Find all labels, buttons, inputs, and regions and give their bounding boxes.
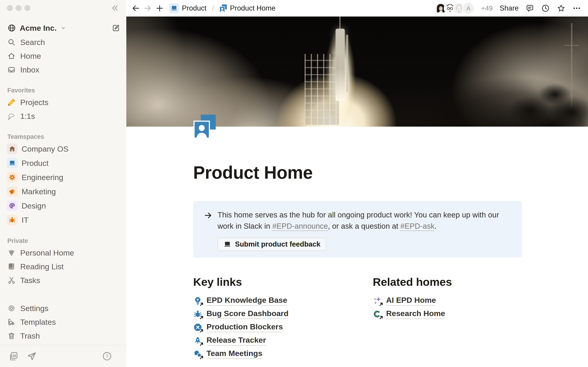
link-label: Production Blockers bbox=[207, 322, 283, 332]
new-page-icon[interactable] bbox=[112, 24, 120, 32]
chat-bubbles-icon bbox=[193, 349, 202, 359]
sidebar-item-trash[interactable]: Trash bbox=[0, 329, 126, 343]
link-bug-score-dashboard[interactable]: Bug Score Dashboard bbox=[193, 307, 373, 321]
link-label: Bug Score Dashboard bbox=[207, 309, 288, 319]
pizza-icon bbox=[7, 249, 16, 257]
link-label: EPD Knowledge Base bbox=[207, 296, 287, 306]
sidebar-item-it[interactable]: IT bbox=[0, 213, 126, 227]
laptop-icon bbox=[224, 240, 231, 248]
slack-channel-link[interactable]: #EPD-ask bbox=[400, 222, 435, 231]
help-icon[interactable]: ? bbox=[102, 351, 112, 361]
app-window: Acme Inc. Search Home Inbox Favor bbox=[0, 0, 588, 367]
member-overflow-count[interactable]: +49 bbox=[481, 4, 493, 12]
link-label: Research Home bbox=[386, 309, 445, 319]
link-ai-epd-home[interactable]: AI EPD Home bbox=[373, 294, 452, 307]
sidebar-item-label: Product bbox=[22, 159, 48, 168]
link-epd-knowledge-base[interactable]: EPD Knowledge Base bbox=[193, 294, 373, 307]
submit-product-feedback-button[interactable]: Submit product feedback bbox=[217, 238, 326, 251]
comments-icon[interactable] bbox=[526, 4, 534, 13]
section-label-teamspaces[interactable]: Teamspaces bbox=[0, 132, 126, 142]
sidebar-item-company-os[interactable]: Company OS bbox=[0, 142, 126, 156]
help-glyph: ? bbox=[106, 354, 108, 359]
breadcrumb-product-home[interactable]: Product Home bbox=[217, 3, 277, 13]
home-icon bbox=[7, 52, 16, 60]
sidebar-item-projects[interactable]: Projects bbox=[0, 95, 126, 109]
sidebar-item-label: Search bbox=[20, 38, 45, 47]
back-icon[interactable] bbox=[131, 4, 140, 13]
avatar-stack[interactable]: A bbox=[435, 2, 475, 15]
shapes-icon bbox=[7, 318, 16, 326]
minimize-window-button[interactable] bbox=[16, 5, 22, 11]
palette-icon bbox=[7, 200, 17, 211]
sidebar: Acme Inc. Search Home Inbox Favor bbox=[0, 0, 126, 367]
sidebar-footer-nav: Settings Templates Trash bbox=[0, 301, 126, 345]
zoom-window-button[interactable] bbox=[24, 5, 30, 11]
workspace-name: Acme Inc. bbox=[20, 24, 57, 33]
open-link-arrow-icon bbox=[199, 342, 204, 347]
sidebar-item-product[interactable]: Product bbox=[0, 156, 126, 170]
related-homes-heading: Related homes bbox=[373, 275, 452, 289]
bug-icon bbox=[193, 309, 202, 319]
calendar-icon[interactable]: 28 bbox=[8, 351, 18, 361]
sidebar-item-engineering[interactable]: Engineering bbox=[0, 170, 126, 184]
key-links-column: Key links EPD Knowledge Base bbox=[193, 275, 373, 361]
sidebar-item-home[interactable]: Home bbox=[0, 49, 126, 63]
sidebar-item-marketing[interactable]: Marketing bbox=[0, 184, 126, 199]
share-button[interactable]: Share bbox=[500, 4, 519, 12]
sidebar-item-inbox[interactable]: Inbox bbox=[0, 63, 126, 77]
favorite-star-icon[interactable] bbox=[557, 4, 565, 13]
link-research-home[interactable]: Research Home bbox=[373, 307, 452, 321]
pencil-icon bbox=[7, 98, 16, 106]
page-title[interactable]: Product Home bbox=[193, 162, 522, 183]
sidebar-item-label: Reading List bbox=[20, 262, 64, 271]
close-window-button[interactable] bbox=[7, 5, 13, 11]
section-label-favorites[interactable]: Favorites bbox=[0, 85, 126, 95]
workspace-switcher[interactable]: Acme Inc. bbox=[0, 21, 126, 35]
link-production-blockers[interactable]: Production Blockers bbox=[193, 321, 373, 334]
section-label-private[interactable]: Private bbox=[0, 236, 126, 246]
more-options-icon[interactable] bbox=[572, 4, 581, 13]
tree-silhouette bbox=[450, 53, 588, 127]
cover-image-shuttle-launch bbox=[126, 17, 588, 127]
search-icon bbox=[7, 38, 16, 46]
send-icon[interactable] bbox=[27, 351, 37, 361]
collapse-sidebar-icon[interactable] bbox=[110, 3, 120, 13]
thought-cloud-icon bbox=[7, 112, 16, 120]
sidebar-item-reading-list[interactable]: Reading List bbox=[0, 260, 126, 273]
breadcrumb-separator: / bbox=[212, 4, 214, 12]
add-page-icon[interactable] bbox=[155, 4, 164, 13]
arrow-right-icon bbox=[204, 211, 212, 220]
sidebar-item-1-1s[interactable]: 1:1s bbox=[0, 109, 126, 123]
sidebar-item-tasks[interactable]: Tasks bbox=[0, 273, 126, 287]
sidebar-item-label: Design bbox=[22, 201, 46, 210]
page-icon-contact-card[interactable] bbox=[193, 114, 216, 140]
teamspaces-section: Teamspaces Company OS Product Engineerin… bbox=[0, 132, 126, 227]
sidebar-item-templates[interactable]: Templates bbox=[0, 315, 126, 329]
gear-icon bbox=[7, 304, 16, 312]
launch-tower bbox=[304, 54, 339, 125]
sidebar-main-nav: Search Home Inbox bbox=[0, 35, 126, 77]
sidebar-item-label: Engineering bbox=[22, 173, 63, 182]
open-link-arrow-icon bbox=[199, 315, 204, 320]
link-team-meetings[interactable]: Team Meetings bbox=[193, 347, 373, 361]
window-controls bbox=[0, 0, 126, 16]
sidebar-item-personal-home[interactable]: Personal Home bbox=[0, 246, 126, 260]
contact-card-icon bbox=[219, 4, 227, 12]
sidebar-item-label: 1:1s bbox=[20, 112, 35, 121]
sidebar-item-label: Inbox bbox=[20, 65, 39, 74]
sidebar-item-design[interactable]: Design bbox=[0, 199, 126, 213]
callout-text: This home serves as the hub for all ongo… bbox=[217, 209, 509, 232]
breadcrumb-product[interactable]: Product bbox=[167, 2, 208, 14]
avatar: A bbox=[462, 2, 475, 15]
slack-channel-link[interactable]: #EPD-announce bbox=[272, 222, 328, 231]
shuttle-stack bbox=[336, 29, 345, 101]
sidebar-item-search[interactable]: Search bbox=[0, 35, 126, 49]
sidebar-item-settings[interactable]: Settings bbox=[0, 301, 126, 315]
forward-icon[interactable] bbox=[143, 4, 152, 13]
sidebar-item-label: Templates bbox=[20, 318, 56, 327]
sidebar-item-label: Projects bbox=[20, 98, 48, 107]
link-release-tracker[interactable]: Release Tracker bbox=[193, 334, 373, 347]
page-content: Product Home This home serves as the hub… bbox=[126, 127, 588, 361]
chevron-down-icon bbox=[60, 25, 66, 31]
history-clock-icon[interactable] bbox=[541, 4, 550, 13]
